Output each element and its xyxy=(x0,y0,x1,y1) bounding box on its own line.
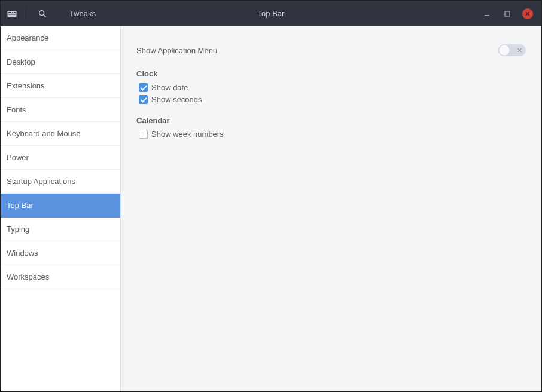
settings-sections: ClockShow dateShow secondsCalendarShow w… xyxy=(136,69,526,139)
window-controls xyxy=(482,8,541,19)
section-title-clock: Clock xyxy=(136,69,526,78)
setting-row-show-seconds: Show seconds xyxy=(139,95,526,104)
titlebar-separator xyxy=(26,8,26,20)
svg-rect-4 xyxy=(14,12,16,13)
setting-label-show-date: Show date xyxy=(151,83,188,92)
svg-rect-6 xyxy=(10,14,14,15)
checkbox-show-seconds[interactable] xyxy=(139,95,148,104)
show-application-menu-row: Show Application Menu ✕ xyxy=(136,43,526,57)
sidebar-item-top-bar[interactable]: Top Bar xyxy=(1,194,120,218)
search-button[interactable] xyxy=(35,6,50,22)
svg-rect-1 xyxy=(8,12,10,13)
sidebar-item-keyboard-and-mouse[interactable]: Keyboard and Mouse xyxy=(1,122,120,146)
titlebar-left: Tweaks xyxy=(1,6,96,22)
checkbox-show-date[interactable] xyxy=(139,83,148,92)
sidebar-item-desktop[interactable]: Desktop xyxy=(1,50,120,74)
switch-off-icon: ✕ xyxy=(517,47,522,54)
svg-rect-5 xyxy=(8,14,10,15)
minimize-button[interactable] xyxy=(482,8,492,19)
checkbox-show-week-numbers[interactable] xyxy=(139,130,148,139)
maximize-button[interactable] xyxy=(502,8,513,19)
sidebar: AppearanceDesktopExtensionsFontsKeyboard… xyxy=(1,26,121,391)
svg-rect-10 xyxy=(485,15,489,16)
maximize-icon xyxy=(504,11,510,17)
titlebar: Tweaks Top Bar xyxy=(1,1,541,26)
search-icon xyxy=(38,10,47,18)
switch-knob xyxy=(499,45,510,56)
tweaks-window: Tweaks Top Bar AppearanceDesktopExtensio… xyxy=(0,0,542,392)
show-application-menu-label: Show Application Menu xyxy=(136,46,217,55)
show-application-menu-switch[interactable]: ✕ xyxy=(498,44,526,56)
window-body: AppearanceDesktopExtensionsFontsKeyboard… xyxy=(1,26,541,391)
setting-row-show-week-numbers: Show week numbers xyxy=(139,130,526,139)
sidebar-item-power[interactable]: Power xyxy=(1,146,120,170)
svg-rect-2 xyxy=(10,12,11,13)
close-icon xyxy=(525,11,531,17)
setting-label-show-week-numbers: Show week numbers xyxy=(151,130,224,139)
svg-rect-3 xyxy=(12,12,13,13)
sidebar-item-typing[interactable]: Typing xyxy=(1,218,120,241)
section-title-calendar: Calendar xyxy=(136,116,526,125)
close-button[interactable] xyxy=(522,8,533,19)
sidebar-item-extensions[interactable]: Extensions xyxy=(1,74,120,98)
sidebar-item-fonts[interactable]: Fonts xyxy=(1,98,120,122)
setting-label-show-seconds: Show seconds xyxy=(151,95,202,104)
sidebar-item-workspaces[interactable]: Workspaces xyxy=(1,265,120,289)
setting-row-show-date: Show date xyxy=(139,83,526,92)
sidebar-item-startup-applications[interactable]: Startup Applications xyxy=(1,170,120,194)
content-area: Show Application Menu ✕ ClockShow dateSh… xyxy=(121,26,541,391)
minimize-icon xyxy=(484,11,490,17)
sidebar-item-appearance[interactable]: Appearance xyxy=(1,26,120,50)
sidebar-item-windows[interactable]: Windows xyxy=(1,241,120,265)
svg-rect-11 xyxy=(505,11,510,16)
svg-line-9 xyxy=(44,14,45,16)
keyboard-icon xyxy=(7,8,17,19)
svg-rect-7 xyxy=(14,14,16,15)
app-name[interactable]: Tweaks xyxy=(69,9,96,18)
